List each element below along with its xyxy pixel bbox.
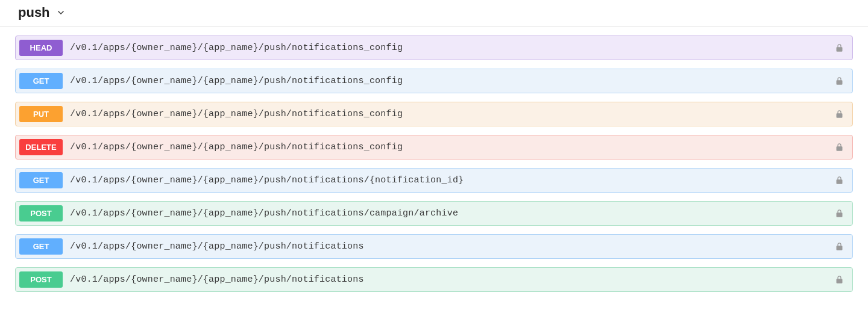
method-badge: PUT xyxy=(19,106,63,122)
endpoint-path: /v0.1/apps/{owner_name}/{app_name}/push/… xyxy=(70,208,835,218)
operation-row[interactable]: DELETE/v0.1/apps/{owner_name}/{app_name}… xyxy=(15,135,853,160)
operation-row[interactable]: GET/v0.1/apps/{owner_name}/{app_name}/pu… xyxy=(15,234,853,259)
method-badge: DELETE xyxy=(19,139,63,155)
chevron-down-icon xyxy=(56,8,66,17)
endpoint-path: /v0.1/apps/{owner_name}/{app_name}/push/… xyxy=(70,274,835,285)
lock-icon[interactable] xyxy=(835,176,844,185)
endpoint-path: /v0.1/apps/{owner_name}/{app_name}/push/… xyxy=(70,109,835,119)
method-badge: POST xyxy=(19,271,63,288)
method-badge: GET xyxy=(19,73,63,89)
lock-icon[interactable] xyxy=(835,43,844,52)
operation-row[interactable]: GET/v0.1/apps/{owner_name}/{app_name}/pu… xyxy=(15,168,853,193)
operation-row[interactable]: POST/v0.1/apps/{owner_name}/{app_name}/p… xyxy=(15,267,853,292)
section-header[interactable]: push xyxy=(0,0,868,27)
operation-row[interactable]: PUT/v0.1/apps/{owner_name}/{app_name}/pu… xyxy=(15,102,853,126)
endpoint-path: /v0.1/apps/{owner_name}/{app_name}/push/… xyxy=(70,43,835,53)
endpoint-path: /v0.1/apps/{owner_name}/{app_name}/push/… xyxy=(70,175,835,185)
lock-icon[interactable] xyxy=(835,143,844,152)
lock-icon[interactable] xyxy=(835,242,844,251)
endpoint-path: /v0.1/apps/{owner_name}/{app_name}/push/… xyxy=(70,142,835,152)
lock-icon[interactable] xyxy=(835,275,844,284)
lock-icon[interactable] xyxy=(835,76,844,85)
operations-list: HEAD/v0.1/apps/{owner_name}/{app_name}/p… xyxy=(0,27,868,298)
operation-row[interactable]: POST/v0.1/apps/{owner_name}/{app_name}/p… xyxy=(15,201,853,226)
section-title: push xyxy=(18,5,50,20)
method-badge: GET xyxy=(19,172,63,188)
method-badge: GET xyxy=(19,238,63,255)
operation-row[interactable]: HEAD/v0.1/apps/{owner_name}/{app_name}/p… xyxy=(15,36,853,60)
endpoint-path: /v0.1/apps/{owner_name}/{app_name}/push/… xyxy=(70,241,835,252)
lock-icon[interactable] xyxy=(835,209,844,218)
lock-icon[interactable] xyxy=(835,110,844,119)
endpoint-path: /v0.1/apps/{owner_name}/{app_name}/push/… xyxy=(70,76,835,86)
method-badge: HEAD xyxy=(19,40,63,56)
method-badge: POST xyxy=(19,205,63,222)
operation-row[interactable]: GET/v0.1/apps/{owner_name}/{app_name}/pu… xyxy=(15,69,853,93)
